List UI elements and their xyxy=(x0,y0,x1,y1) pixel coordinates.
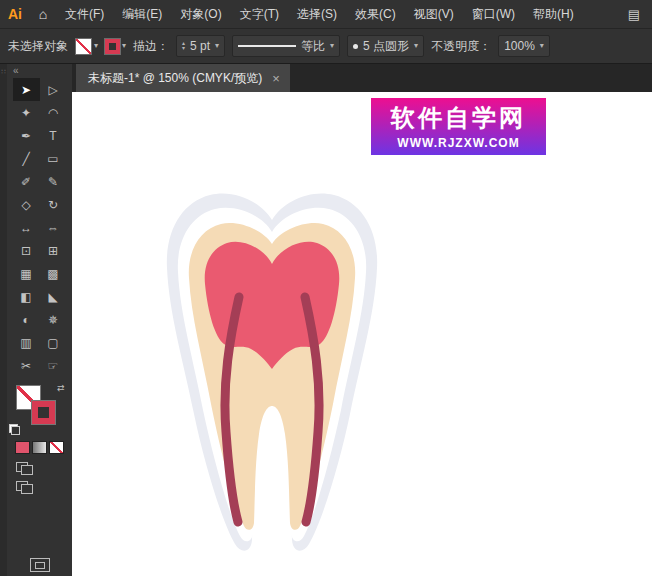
type-tool[interactable]: T xyxy=(40,124,67,147)
paint-mode-buttons xyxy=(7,441,72,454)
perspective-grid-tool[interactable]: ▦ xyxy=(13,262,40,285)
artboard-canvas[interactable]: 软件自学网 WWW.RJZXW.COM xyxy=(72,92,652,576)
dock-grip[interactable]: ∷ xyxy=(0,64,7,576)
watermark-url: WWW.RJZXW.COM xyxy=(397,134,519,152)
stroke-swatch[interactable] xyxy=(32,401,55,424)
chevron-down-icon[interactable]: ▾ xyxy=(540,42,544,50)
brush-preview-icon xyxy=(353,44,358,49)
line-segment-tool[interactable]: ╱ xyxy=(13,147,40,170)
rotate-tool[interactable]: ↻ xyxy=(40,193,67,216)
column-graph-tool[interactable]: ▥ xyxy=(13,331,40,354)
chevron-down-icon[interactable]: ▾ xyxy=(122,42,126,50)
rectangle-tool[interactable]: ▭ xyxy=(40,147,67,170)
width-profile-dropdown[interactable]: 等比 ▾ xyxy=(232,35,340,57)
selection-status: 未选择对象 xyxy=(8,38,68,55)
pencil-tool[interactable]: ✎ xyxy=(40,170,67,193)
gradient-button[interactable] xyxy=(32,441,47,454)
profile-line-icon xyxy=(238,45,296,47)
screen-mode-button[interactable] xyxy=(7,558,72,572)
menu-item-select[interactable]: 选择(S) xyxy=(288,0,346,28)
symbol-sprayer-tool[interactable]: ✵ xyxy=(40,308,67,331)
eraser-tool[interactable]: ◇ xyxy=(13,193,40,216)
blend-tool[interactable]: ◐ xyxy=(13,308,40,331)
close-icon[interactable]: × xyxy=(272,71,280,86)
swap-fill-stroke-icon[interactable]: ⇄ xyxy=(57,383,65,393)
pen-tool[interactable]: ✒ xyxy=(13,124,40,147)
direct-selection-tool[interactable]: ▷ xyxy=(40,78,67,101)
grip-dots-icon: ∷ xyxy=(1,68,5,75)
workspace-switcher-icon[interactable]: ▤ xyxy=(616,7,652,22)
paintbrush-tool[interactable]: ✐ xyxy=(13,170,40,193)
menu-item-effect[interactable]: 效果(C) xyxy=(346,0,405,28)
tooth-illustration xyxy=(72,92,652,576)
stroke-color-swatch[interactable] xyxy=(105,39,120,54)
artboard-tool[interactable]: ▢ xyxy=(40,331,67,354)
width-tool[interactable]: ⇔ xyxy=(40,216,67,239)
gradient-tool[interactable]: ◧ xyxy=(13,285,40,308)
brush-dropdown[interactable]: 5 点圆形 ▾ xyxy=(347,35,424,57)
menu-item-view[interactable]: 视图(V) xyxy=(405,0,463,28)
illustrator-logo: Ai xyxy=(0,6,30,22)
drawing-mode-buttons xyxy=(7,462,72,493)
home-icon[interactable]: ⌂ xyxy=(30,6,56,22)
menu-item-file[interactable]: 文件(F) xyxy=(56,0,113,28)
stroke-color-control[interactable]: ▾ xyxy=(105,39,126,54)
draw-behind-icon[interactable] xyxy=(16,481,32,493)
draw-normal-icon[interactable] xyxy=(16,462,32,474)
menu-bar: Ai ⌂ 文件(F)编辑(E)对象(O)文字(T)选择(S)效果(C)视图(V)… xyxy=(0,0,652,29)
none-button[interactable] xyxy=(49,441,64,454)
menu-item-window[interactable]: 窗口(W) xyxy=(463,0,524,28)
opacity-field[interactable]: 100% ▾ xyxy=(498,35,550,57)
stroke-label: 描边： xyxy=(133,38,169,55)
opacity-value: 100% xyxy=(504,39,535,53)
free-transform-tool[interactable]: ⊡ xyxy=(13,239,40,262)
toolbar-collapse-button[interactable]: « xyxy=(7,64,72,78)
slice-tool[interactable]: ✂ xyxy=(13,354,40,377)
profile-name: 等比 xyxy=(301,38,325,55)
document-tab-bar: 未标题-1* @ 150% (CMYK/预览) × xyxy=(72,64,652,92)
control-bar: 未选择对象 ▾ ▾ 描边： ▴▾ 5 pt ▾ 等比 ▾ 5 点圆形 ▾ 不透明… xyxy=(0,29,652,64)
default-fill-stroke-icon[interactable] xyxy=(9,424,20,435)
fill-stroke-indicator: ⇄ xyxy=(7,381,72,437)
fill-none-swatch[interactable] xyxy=(75,38,92,55)
magic-wand-tool[interactable]: ✦ xyxy=(13,101,40,124)
stepper-icon[interactable]: ▴▾ xyxy=(182,41,185,51)
lasso-tool[interactable]: ◠ xyxy=(40,101,67,124)
chevron-down-icon[interactable]: ▾ xyxy=(215,42,219,50)
menu-item-help[interactable]: 帮助(H) xyxy=(524,0,583,28)
opacity-label: 不透明度： xyxy=(431,38,491,55)
brush-name: 5 点圆形 xyxy=(363,38,409,55)
tools-panel: ∷ « ➤▷✦◠✒T╱▭✐✎◇↻↔⇔⊡⊞▦▩◧◣◐✵▥▢✂☞ ⇄ xyxy=(0,64,72,576)
menu-item-object[interactable]: 对象(O) xyxy=(171,0,230,28)
screen-mode-icon xyxy=(30,558,50,572)
hand-tool[interactable]: ☞ xyxy=(40,354,67,377)
chevron-down-icon[interactable]: ▾ xyxy=(94,42,98,50)
eyedropper-tool[interactable]: ◣ xyxy=(40,285,67,308)
chevron-down-icon[interactable]: ▾ xyxy=(414,42,418,50)
document-tab-title: 未标题-1* @ 150% (CMYK/预览) xyxy=(88,70,262,87)
watermark-title: 软件自学网 xyxy=(391,102,526,134)
mesh-tool[interactable]: ▩ xyxy=(40,262,67,285)
chevron-down-icon[interactable]: ▾ xyxy=(330,42,334,50)
shape-builder-tool[interactable]: ⊞ xyxy=(40,239,67,262)
stroke-weight-field[interactable]: ▴▾ 5 pt ▾ xyxy=(176,35,225,57)
stroke-weight-value: 5 pt xyxy=(190,39,210,53)
color-button[interactable] xyxy=(15,441,30,454)
menu-item-edit[interactable]: 编辑(E) xyxy=(113,0,171,28)
document-tab[interactable]: 未标题-1* @ 150% (CMYK/预览) × xyxy=(76,64,290,92)
scale-tool[interactable]: ↔ xyxy=(13,216,40,239)
watermark-banner: 软件自学网 WWW.RJZXW.COM xyxy=(371,98,546,155)
selection-tool[interactable]: ➤ xyxy=(13,78,40,101)
fill-color-control[interactable]: ▾ xyxy=(75,38,98,55)
menu-item-type[interactable]: 文字(T) xyxy=(231,0,288,28)
